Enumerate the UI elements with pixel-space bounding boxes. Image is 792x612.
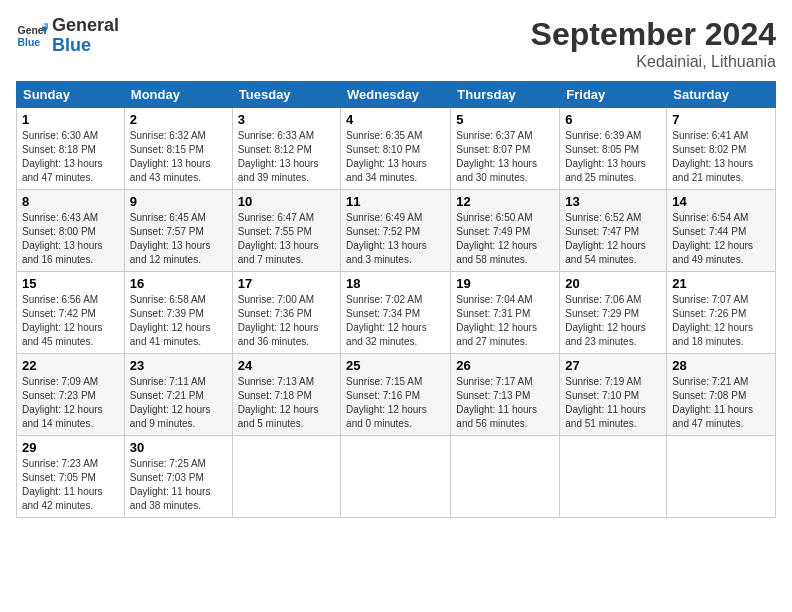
day-number: 24 (238, 358, 335, 373)
day-detail: Sunrise: 7:04 AM Sunset: 7:31 PM Dayligh… (456, 293, 554, 349)
day-detail: Sunrise: 7:09 AM Sunset: 7:23 PM Dayligh… (22, 375, 119, 431)
svg-text:Blue: Blue (18, 36, 41, 47)
day-detail: Sunrise: 7:25 AM Sunset: 7:03 PM Dayligh… (130, 457, 227, 513)
calendar-cell (232, 436, 340, 518)
day-number: 15 (22, 276, 119, 291)
day-detail: Sunrise: 6:30 AM Sunset: 8:18 PM Dayligh… (22, 129, 119, 185)
day-number: 11 (346, 194, 445, 209)
day-detail: Sunrise: 6:54 AM Sunset: 7:44 PM Dayligh… (672, 211, 770, 267)
week-row-3: 15Sunrise: 6:56 AM Sunset: 7:42 PM Dayli… (17, 272, 776, 354)
col-saturday: Saturday (667, 82, 776, 108)
day-number: 1 (22, 112, 119, 127)
calendar-cell: 13Sunrise: 6:52 AM Sunset: 7:47 PM Dayli… (560, 190, 667, 272)
calendar-cell: 3Sunrise: 6:33 AM Sunset: 8:12 PM Daylig… (232, 108, 340, 190)
day-detail: Sunrise: 7:19 AM Sunset: 7:10 PM Dayligh… (565, 375, 661, 431)
day-number: 5 (456, 112, 554, 127)
calendar-cell: 19Sunrise: 7:04 AM Sunset: 7:31 PM Dayli… (451, 272, 560, 354)
calendar-cell: 22Sunrise: 7:09 AM Sunset: 7:23 PM Dayli… (17, 354, 125, 436)
day-number: 25 (346, 358, 445, 373)
logo-icon: General Blue (16, 20, 48, 52)
day-number: 10 (238, 194, 335, 209)
calendar-cell: 9Sunrise: 6:45 AM Sunset: 7:57 PM Daylig… (124, 190, 232, 272)
location: Kedainiai, Lithuania (531, 53, 776, 71)
col-wednesday: Wednesday (341, 82, 451, 108)
day-number: 19 (456, 276, 554, 291)
calendar-cell: 12Sunrise: 6:50 AM Sunset: 7:49 PM Dayli… (451, 190, 560, 272)
calendar-table: Sunday Monday Tuesday Wednesday Thursday… (16, 81, 776, 518)
col-sunday: Sunday (17, 82, 125, 108)
calendar-cell (667, 436, 776, 518)
day-number: 28 (672, 358, 770, 373)
col-thursday: Thursday (451, 82, 560, 108)
logo-text: General Blue (52, 16, 119, 56)
day-detail: Sunrise: 6:39 AM Sunset: 8:05 PM Dayligh… (565, 129, 661, 185)
day-number: 3 (238, 112, 335, 127)
day-number: 8 (22, 194, 119, 209)
day-number: 7 (672, 112, 770, 127)
day-detail: Sunrise: 6:43 AM Sunset: 8:00 PM Dayligh… (22, 211, 119, 267)
calendar-cell: 2Sunrise: 6:32 AM Sunset: 8:15 PM Daylig… (124, 108, 232, 190)
logo: General Blue General Blue (16, 16, 119, 56)
day-detail: Sunrise: 6:35 AM Sunset: 8:10 PM Dayligh… (346, 129, 445, 185)
calendar-cell: 7Sunrise: 6:41 AM Sunset: 8:02 PM Daylig… (667, 108, 776, 190)
calendar-cell: 14Sunrise: 6:54 AM Sunset: 7:44 PM Dayli… (667, 190, 776, 272)
day-detail: Sunrise: 6:52 AM Sunset: 7:47 PM Dayligh… (565, 211, 661, 267)
day-number: 21 (672, 276, 770, 291)
week-row-2: 8Sunrise: 6:43 AM Sunset: 8:00 PM Daylig… (17, 190, 776, 272)
calendar-cell: 11Sunrise: 6:49 AM Sunset: 7:52 PM Dayli… (341, 190, 451, 272)
day-detail: Sunrise: 7:00 AM Sunset: 7:36 PM Dayligh… (238, 293, 335, 349)
calendar-cell: 24Sunrise: 7:13 AM Sunset: 7:18 PM Dayli… (232, 354, 340, 436)
calendar-cell: 6Sunrise: 6:39 AM Sunset: 8:05 PM Daylig… (560, 108, 667, 190)
day-number: 6 (565, 112, 661, 127)
day-number: 17 (238, 276, 335, 291)
day-detail: Sunrise: 6:58 AM Sunset: 7:39 PM Dayligh… (130, 293, 227, 349)
logo-line1: General (52, 16, 119, 36)
day-detail: Sunrise: 7:21 AM Sunset: 7:08 PM Dayligh… (672, 375, 770, 431)
day-detail: Sunrise: 6:45 AM Sunset: 7:57 PM Dayligh… (130, 211, 227, 267)
day-number: 13 (565, 194, 661, 209)
week-row-4: 22Sunrise: 7:09 AM Sunset: 7:23 PM Dayli… (17, 354, 776, 436)
day-detail: Sunrise: 6:50 AM Sunset: 7:49 PM Dayligh… (456, 211, 554, 267)
calendar-cell: 18Sunrise: 7:02 AM Sunset: 7:34 PM Dayli… (341, 272, 451, 354)
col-friday: Friday (560, 82, 667, 108)
day-number: 30 (130, 440, 227, 455)
day-detail: Sunrise: 6:49 AM Sunset: 7:52 PM Dayligh… (346, 211, 445, 267)
col-monday: Monday (124, 82, 232, 108)
calendar-cell (560, 436, 667, 518)
col-tuesday: Tuesday (232, 82, 340, 108)
day-detail: Sunrise: 7:17 AM Sunset: 7:13 PM Dayligh… (456, 375, 554, 431)
day-detail: Sunrise: 7:11 AM Sunset: 7:21 PM Dayligh… (130, 375, 227, 431)
day-number: 4 (346, 112, 445, 127)
calendar-cell: 26Sunrise: 7:17 AM Sunset: 7:13 PM Dayli… (451, 354, 560, 436)
day-detail: Sunrise: 7:23 AM Sunset: 7:05 PM Dayligh… (22, 457, 119, 513)
day-number: 2 (130, 112, 227, 127)
calendar-cell: 4Sunrise: 6:35 AM Sunset: 8:10 PM Daylig… (341, 108, 451, 190)
day-number: 29 (22, 440, 119, 455)
day-detail: Sunrise: 7:06 AM Sunset: 7:29 PM Dayligh… (565, 293, 661, 349)
day-detail: Sunrise: 6:47 AM Sunset: 7:55 PM Dayligh… (238, 211, 335, 267)
page: General Blue General Blue September 2024… (0, 0, 792, 612)
calendar-cell: 17Sunrise: 7:00 AM Sunset: 7:36 PM Dayli… (232, 272, 340, 354)
calendar-cell: 8Sunrise: 6:43 AM Sunset: 8:00 PM Daylig… (17, 190, 125, 272)
day-detail: Sunrise: 7:15 AM Sunset: 7:16 PM Dayligh… (346, 375, 445, 431)
calendar-cell (341, 436, 451, 518)
day-number: 16 (130, 276, 227, 291)
calendar-cell: 27Sunrise: 7:19 AM Sunset: 7:10 PM Dayli… (560, 354, 667, 436)
calendar-cell: 23Sunrise: 7:11 AM Sunset: 7:21 PM Dayli… (124, 354, 232, 436)
day-number: 26 (456, 358, 554, 373)
logo-line2: Blue (52, 35, 91, 55)
calendar-cell: 5Sunrise: 6:37 AM Sunset: 8:07 PM Daylig… (451, 108, 560, 190)
calendar-cell: 25Sunrise: 7:15 AM Sunset: 7:16 PM Dayli… (341, 354, 451, 436)
calendar-cell: 16Sunrise: 6:58 AM Sunset: 7:39 PM Dayli… (124, 272, 232, 354)
day-detail: Sunrise: 7:13 AM Sunset: 7:18 PM Dayligh… (238, 375, 335, 431)
day-number: 23 (130, 358, 227, 373)
calendar-cell: 30Sunrise: 7:25 AM Sunset: 7:03 PM Dayli… (124, 436, 232, 518)
title-block: September 2024 Kedainiai, Lithuania (531, 16, 776, 71)
day-detail: Sunrise: 6:37 AM Sunset: 8:07 PM Dayligh… (456, 129, 554, 185)
day-number: 27 (565, 358, 661, 373)
month-title: September 2024 (531, 16, 776, 53)
day-detail: Sunrise: 6:56 AM Sunset: 7:42 PM Dayligh… (22, 293, 119, 349)
week-row-5: 29Sunrise: 7:23 AM Sunset: 7:05 PM Dayli… (17, 436, 776, 518)
day-detail: Sunrise: 7:02 AM Sunset: 7:34 PM Dayligh… (346, 293, 445, 349)
day-number: 18 (346, 276, 445, 291)
